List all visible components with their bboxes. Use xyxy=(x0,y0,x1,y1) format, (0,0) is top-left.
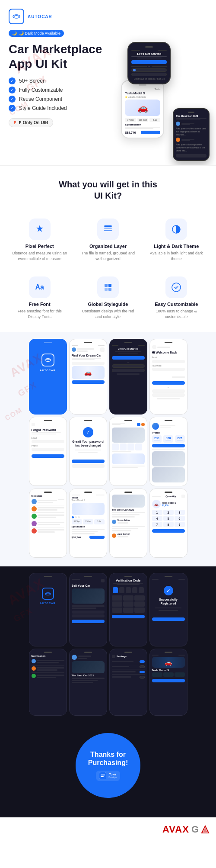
feature-title: Global Styleguide xyxy=(79,302,137,307)
dark-theme-icon xyxy=(165,219,187,240)
screens-row-2: Forgot Password Email Phone ✓ Great! You… xyxy=(3,417,213,486)
figma-badge: 𝗙 𝗙 Only On UIB xyxy=(9,118,53,127)
svg-rect-6 xyxy=(108,284,111,287)
features-list: ✓ 50+ Screen ✓ Fully Customizable ✓ Reus… xyxy=(9,77,114,112)
blog-screen: The Best Car 2021 Steve Adein Jake Gomer xyxy=(109,489,147,558)
light-phone-mockup: Tesla Tesla Model S ⭐ Jakarta, Indonesia… xyxy=(121,80,164,138)
home-screen xyxy=(109,417,147,486)
toko-badge: Toko Design xyxy=(96,771,120,781)
check-icon: ✓ xyxy=(9,77,16,84)
dark-screens-row-2: Notification xyxy=(3,649,213,716)
avax-logo-icon xyxy=(201,825,210,834)
feature-dark-theme: Light & Dark Theme Available in both lig… xyxy=(146,214,207,266)
splash-screen: AUTOCAR xyxy=(29,339,67,415)
feature-desc: Free amazing font for this Display Fonts xyxy=(11,309,68,319)
svg-rect-8 xyxy=(108,288,111,291)
free-font-icon: Aa xyxy=(29,276,51,298)
feature-styleguide: Global Styleguide Consistent design with… xyxy=(77,272,139,324)
thanks-section: Thanks for Purchasing! Toko Design xyxy=(9,733,207,798)
styleguide-icon xyxy=(97,276,119,298)
dark-splash: AUTOCAR xyxy=(29,573,67,646)
dark-phone-mockup: Let's Get Started or Don't have an a xyxy=(127,42,171,84)
svg-rect-13 xyxy=(101,775,105,775)
profile-screen: Profile 230 370 276 xyxy=(149,417,187,486)
figma-icon: 𝗙 xyxy=(13,120,16,125)
dark-sell-car: Sell Your Car xyxy=(69,573,107,646)
dark-notifications: Notification xyxy=(29,649,67,716)
toko-icon xyxy=(99,772,106,779)
avax-footer: AVAX G xyxy=(0,817,216,842)
feature-desc: Distance and measure using an even multi… xyxy=(11,251,68,261)
dark-success: ✓ SuccessfullyRegistered xyxy=(149,573,187,646)
check-icon: ✓ xyxy=(9,105,16,112)
feature-item: ✓ Fully Customizable xyxy=(9,87,114,93)
moon-icon: 🌙 xyxy=(12,31,17,35)
svg-rect-1 xyxy=(104,228,112,229)
organized-layer-icon xyxy=(97,219,119,240)
pixel-perfect-icon xyxy=(29,219,51,240)
screens-row-3: Message xyxy=(3,489,213,558)
check-icon: ✓ xyxy=(9,96,16,103)
feature-desc: Consistent design with the red and color… xyxy=(79,309,137,319)
get-started-screen: Let's Get Started or xyxy=(109,339,147,415)
section-title-area: What you will get in this UI Kit? xyxy=(0,166,216,210)
car-detail-screen: Tesla Tesla Model S 375hp 155m 3.1s Spec… xyxy=(69,489,107,558)
feature-customizable: Easy Customizable 100% easy to change & … xyxy=(146,272,207,324)
welcome-back-screen: Hi Welcome Back Email Password or xyxy=(149,339,187,415)
svg-point-9 xyxy=(175,286,177,288)
section-heading: What you will get in this UI Kit? xyxy=(9,179,207,201)
screens-row-1: AUTOCAR Find Your Dream Car 🚗 xyxy=(3,339,213,415)
quantity-screen: Quantity 🚗 Tesla Model S $6,900 1 2 3 4 … xyxy=(149,489,187,558)
svg-rect-5 xyxy=(105,284,108,287)
feature-title: Free Font xyxy=(11,302,68,307)
customizable-icon xyxy=(165,276,187,298)
check-icon: ✓ xyxy=(9,87,16,93)
svg-rect-3 xyxy=(104,225,112,227)
feature-title: Easy Customizable xyxy=(148,302,205,307)
thanks-title: Thanks for Purchasing! xyxy=(76,750,140,767)
find-car-screen: Find Your Dream Car 🚗 xyxy=(69,339,107,415)
dark-settings: Settings xyxy=(109,649,147,716)
feature-desc: Available in both light and dark theme xyxy=(148,251,205,261)
logo-area: AUTOCAR xyxy=(9,9,207,24)
svg-rect-7 xyxy=(105,288,108,291)
feature-free-font: Aa Free Font Free amazing font for this … xyxy=(9,272,70,324)
dark-verification: Verification Code xyxy=(109,573,147,646)
logo-icon xyxy=(9,9,24,24)
dark-screens-row-1: AUTOCAR Sell Your Car Verification Code xyxy=(3,573,213,646)
features-grid: Pixel Perfect Distance and measure using… xyxy=(0,210,216,332)
feature-title: Organized Layer xyxy=(79,244,137,249)
dark-mode-badge: 🌙 🌙 Dark Mode Available xyxy=(9,30,64,37)
thanks-circle: Thanks for Purchasing! Toko Design xyxy=(76,733,140,798)
svg-rect-2 xyxy=(104,230,112,231)
feature-title: Light & Dark Theme xyxy=(148,244,205,249)
forgot-password-screen: Forgot Password Email Phone xyxy=(29,417,67,486)
feature-item: ✓ Reuse Component xyxy=(9,96,114,103)
feature-title: Pixel Perfect xyxy=(11,244,68,249)
dark-listing: The Best Car 2021 xyxy=(69,649,107,716)
feature-item: ✓ Style Guide Included xyxy=(9,105,114,112)
avax-text: AVAX xyxy=(162,824,189,835)
dark-booking: 🚗 Tesla Model S xyxy=(149,649,187,716)
feature-desc: 100% easy to change & customizable xyxy=(148,309,205,319)
svg-rect-14 xyxy=(101,776,104,777)
feature-organized-layer: Organized Layer The file is named, group… xyxy=(77,214,139,266)
svg-rect-12 xyxy=(99,772,106,779)
feature-pixel-perfect: Pixel Perfect Distance and measure using… xyxy=(9,214,70,266)
feature-item: ✓ 50+ Screen xyxy=(9,77,114,84)
page-title: Car Marketplace App UI Kit xyxy=(9,42,114,71)
password-changed-screen: ✓ Great! Your passwordhas been changed xyxy=(69,417,107,486)
messages-screen: Message xyxy=(29,489,67,558)
avax-g-text: G xyxy=(191,824,199,835)
feature-desc: The file is named, grouped and well orga… xyxy=(79,251,137,261)
brand-name: AUTOCAR xyxy=(28,14,52,19)
